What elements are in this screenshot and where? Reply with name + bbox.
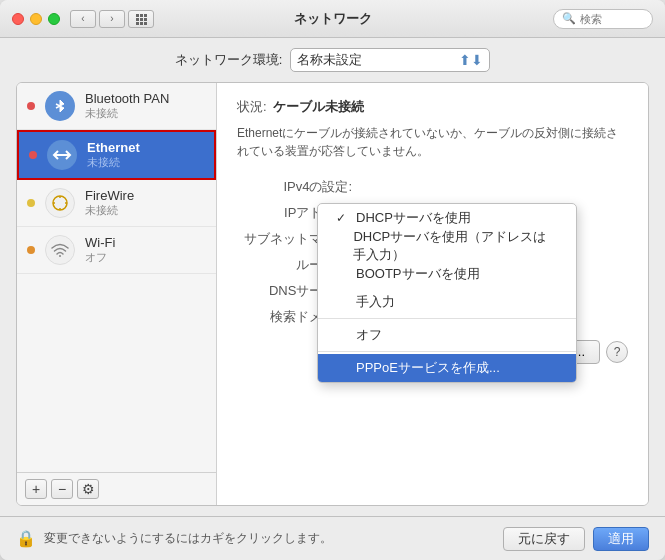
- add-button[interactable]: +: [25, 479, 47, 499]
- sidebar-list: Bluetooth PAN 未接続: [17, 83, 216, 472]
- dropdown-label-bootp: BOOTPサーバを使用: [356, 265, 480, 283]
- search-icon: 🔍: [562, 12, 576, 25]
- svg-rect-4: [140, 18, 143, 21]
- revert-button[interactable]: 元に戻す: [503, 527, 585, 551]
- bluetooth-info: Bluetooth PAN 未接続: [85, 91, 169, 121]
- svg-rect-1: [140, 14, 143, 17]
- ethernet-icon: [47, 140, 77, 170]
- sidebar-item-ethernet[interactable]: Ethernet 未接続: [17, 130, 216, 180]
- status-dot-bluetooth: [27, 102, 35, 110]
- status-line: 状況: ケーブル未接続: [237, 98, 628, 116]
- field-row-ipv4: IPv4の設定:: [237, 174, 628, 200]
- dropdown-divider-1: [318, 318, 576, 319]
- dropdown-item-off[interactable]: オフ: [318, 321, 576, 349]
- dropdown-label-off: オフ: [356, 326, 382, 344]
- firewire-status: 未接続: [85, 203, 134, 218]
- dropdown-menu: ✓ DHCPサーバを使用 DHCPサーバを使用（アドレスは手入力） BOOTPサ…: [317, 203, 577, 383]
- svg-rect-3: [136, 18, 139, 21]
- firewire-info: FireWire 未接続: [85, 188, 134, 218]
- dropdown-item-dhcp-manual[interactable]: DHCPサーバを使用（アドレスは手入力）: [318, 232, 576, 260]
- svg-rect-8: [144, 22, 147, 25]
- status-dot-firewire: [27, 199, 35, 207]
- svg-rect-5: [144, 18, 147, 21]
- check-icon: ✓: [336, 211, 352, 225]
- sidebar-item-firewire[interactable]: FireWire 未接続: [17, 180, 216, 227]
- firewire-name: FireWire: [85, 188, 134, 203]
- maximize-button[interactable]: [48, 13, 60, 25]
- svg-rect-7: [140, 22, 143, 25]
- sidebar: Bluetooth PAN 未接続: [17, 83, 217, 505]
- lock-icon[interactable]: 🔒: [16, 529, 36, 548]
- env-row: ネットワーク環境: 名称未設定 ⬆⬇: [16, 48, 649, 72]
- search-input[interactable]: [580, 13, 650, 25]
- search-box[interactable]: 🔍: [553, 9, 653, 29]
- gear-button[interactable]: ⚙: [77, 479, 99, 499]
- traffic-lights: [12, 13, 60, 25]
- close-button[interactable]: [12, 13, 24, 25]
- main-panel: Bluetooth PAN 未接続: [16, 82, 649, 506]
- env-arrow-icon: ⬆⬇: [459, 52, 483, 68]
- window-title: ネットワーク: [294, 10, 372, 28]
- bluetooth-icon: [45, 91, 75, 121]
- wifi-name: Wi-Fi: [85, 235, 115, 250]
- forward-button[interactable]: ›: [99, 10, 125, 28]
- dropdown-label-manual: 手入力: [356, 293, 395, 311]
- status-label: 状況:: [237, 98, 267, 116]
- dropdown-item-manual[interactable]: 手入力: [318, 288, 576, 316]
- status-description: Ethernetにケーブルが接続されていないか、ケーブルの反対側に接続されている…: [237, 124, 628, 160]
- main-content: ネットワーク環境: 名称未設定 ⬆⬇: [0, 38, 665, 516]
- minimize-button[interactable]: [30, 13, 42, 25]
- lock-area: 🔒 変更できないようにするにはカギをクリックします。: [16, 529, 332, 548]
- help-button[interactable]: ?: [606, 341, 628, 363]
- sidebar-item-wifi[interactable]: Wi-Fi オフ: [17, 227, 216, 274]
- wifi-icon: [45, 235, 75, 265]
- dropdown-divider-2: [318, 351, 576, 352]
- svg-point-15: [59, 255, 61, 257]
- dropdown-item-bootp[interactable]: BOOTPサーバを使用: [318, 260, 576, 288]
- ethernet-info: Ethernet 未接続: [87, 140, 140, 170]
- lock-text: 変更できないようにするにはカギをクリックします。: [44, 530, 332, 547]
- ethernet-status: 未接続: [87, 155, 140, 170]
- ethernet-name: Ethernet: [87, 140, 140, 155]
- env-select[interactable]: 名称未設定 ⬆⬇: [290, 48, 490, 72]
- titlebar: ‹ › ネットワーク 🔍: [0, 0, 665, 38]
- env-label: ネットワーク環境:: [175, 51, 283, 69]
- status-dot-wifi: [27, 246, 35, 254]
- svg-rect-6: [136, 22, 139, 25]
- network-window: ‹ › ネットワーク 🔍 ネットワーク環境:: [0, 0, 665, 560]
- apply-button[interactable]: 適用: [593, 527, 649, 551]
- wifi-status: オフ: [85, 250, 115, 265]
- wifi-info: Wi-Fi オフ: [85, 235, 115, 265]
- ipv4-label: IPv4の設定:: [237, 178, 352, 196]
- dropdown-item-pppoe[interactable]: PPPoEサービスを作成...: [318, 354, 576, 382]
- status-dot-ethernet: [29, 151, 37, 159]
- env-value: 名称未設定: [297, 51, 362, 69]
- status-value: ケーブル未接続: [273, 98, 364, 116]
- svg-point-10: [53, 196, 67, 210]
- bottom-bar: 🔒 変更できないようにするにはカギをクリックします。 元に戻す 適用: [0, 516, 665, 560]
- dropdown-label-pppoe: PPPoEサービスを作成...: [356, 359, 500, 377]
- bluetooth-name: Bluetooth PAN: [85, 91, 169, 106]
- dropdown-label-dhcp: DHCPサーバを使用: [356, 209, 471, 227]
- remove-button[interactable]: −: [51, 479, 73, 499]
- detail-panel: 状況: ケーブル未接続 Ethernetにケーブルが接続されていないか、ケーブル…: [217, 83, 648, 505]
- sidebar-actions: + − ⚙: [17, 472, 216, 505]
- dropdown-label-dhcp-manual: DHCPサーバを使用（アドレスは手入力）: [353, 228, 558, 264]
- svg-rect-0: [136, 14, 139, 17]
- bottom-buttons: 元に戻す 適用: [503, 527, 649, 551]
- grid-button[interactable]: [128, 10, 154, 28]
- back-button[interactable]: ‹: [70, 10, 96, 28]
- sidebar-item-bluetooth[interactable]: Bluetooth PAN 未接続: [17, 83, 216, 130]
- nav-buttons: ‹ ›: [70, 10, 125, 28]
- firewire-icon: [45, 188, 75, 218]
- bluetooth-status: 未接続: [85, 106, 169, 121]
- svg-rect-2: [144, 14, 147, 17]
